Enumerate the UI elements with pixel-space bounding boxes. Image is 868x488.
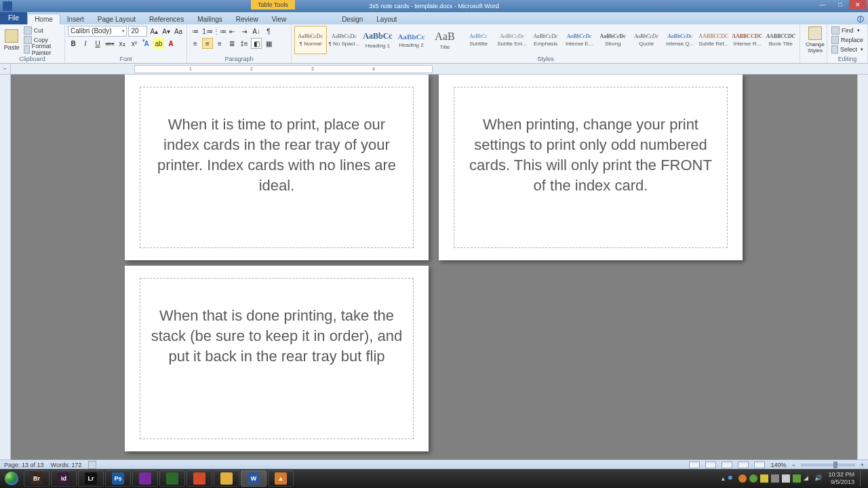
taskbar-app[interactable] [186, 470, 212, 487]
document-area[interactable]: When it is time to print, place our inde… [11, 75, 857, 460]
index-card[interactable]: When printing, change your print setting… [439, 75, 743, 260]
tab-mailings[interactable]: Mailings [191, 14, 229, 24]
index-card[interactable]: When it is time to print, place our inde… [125, 75, 429, 260]
align-left-button[interactable]: ≡ [190, 38, 201, 49]
show-marks-button[interactable]: ¶ [263, 26, 274, 37]
proofing-icon[interactable] [88, 461, 96, 469]
tab-design[interactable]: Design [335, 14, 370, 24]
taskbar-app[interactable] [214, 470, 239, 487]
style-intense-q-[interactable]: AaBbCcDcIntense Q... [664, 26, 696, 54]
superscript-button[interactable]: x² [129, 38, 140, 49]
zoom-in-button[interactable]: + [861, 462, 864, 468]
paste-button[interactable]: Paste [3, 26, 21, 54]
tray-icon[interactable] [771, 474, 779, 483]
taskbar-app[interactable] [132, 470, 158, 487]
tray-icon[interactable] [738, 474, 747, 483]
borders-button[interactable]: ▦ [263, 38, 274, 49]
line-spacing-button[interactable]: ‡≡ [239, 38, 250, 49]
cut-button[interactable]: Cut [22, 26, 62, 35]
tab-view[interactable]: View [265, 14, 294, 24]
underline-button[interactable]: U [92, 38, 103, 49]
start-button[interactable] [0, 469, 23, 488]
tray-show-hidden-icon[interactable]: ▴ [722, 475, 725, 482]
view-draft[interactable] [754, 462, 765, 468]
find-button[interactable]: Find▾ [830, 26, 865, 35]
style-intense-e-[interactable]: AaBbCcDcIntense E... [563, 26, 595, 54]
tab-home[interactable]: Home [27, 14, 60, 24]
shrink-font-button[interactable]: A▾ [161, 26, 172, 37]
style-quote[interactable]: AaBbCcDcQuote [630, 26, 663, 54]
card-text[interactable]: When printing, change your print setting… [462, 115, 719, 196]
style--no-spaci-[interactable]: AaBbCcDc¶ No Spaci... [328, 26, 361, 54]
taskbar-clock[interactable]: 10:32 PM 9/5/2013 [825, 471, 857, 486]
style-intense-r-[interactable]: AABBCCDCIntense R... [731, 26, 764, 54]
multilevel-button[interactable]: ⋮≔ [214, 26, 225, 37]
tray-volume-icon[interactable]: 🔊 [814, 474, 823, 483]
ruler-corner[interactable]: ⌐ [0, 64, 11, 74]
font-color-button[interactable]: A [165, 38, 176, 49]
numbering-button[interactable]: 1≔ [202, 26, 213, 37]
change-case-button[interactable]: Aa [173, 26, 184, 37]
word-count[interactable]: Words: 172 [51, 462, 82, 468]
index-card[interactable]: When that is done printing, take the sta… [125, 266, 429, 451]
replace-button[interactable]: Replace [830, 35, 865, 44]
change-styles-button[interactable]: Change Styles [803, 26, 827, 54]
sort-button[interactable]: A↓ [251, 26, 262, 37]
maximize-button[interactable]: □ [831, 0, 849, 9]
view-full-screen[interactable] [705, 462, 716, 468]
subscript-button[interactable]: x₂ [117, 38, 127, 49]
view-outline[interactable] [738, 462, 749, 468]
shading-button[interactable]: ◧ [251, 38, 262, 49]
close-button[interactable]: ✕ [849, 0, 867, 9]
help-icon[interactable]: ⓘ [857, 15, 864, 24]
zoom-level[interactable]: 140% [770, 462, 786, 468]
zoom-slider[interactable] [801, 464, 855, 466]
vertical-scrollbar[interactable] [857, 75, 868, 460]
tab-review[interactable]: Review [229, 14, 265, 24]
decrease-indent-button[interactable]: ⇤ [226, 26, 237, 37]
tray-icon[interactable] [760, 474, 768, 483]
italic-button[interactable]: I [80, 38, 91, 49]
align-right-button[interactable]: ≡ [214, 38, 225, 49]
tray-network-icon[interactable] [782, 474, 790, 483]
font-size-select[interactable]: 20 [128, 26, 147, 37]
tab-insert[interactable]: Insert [60, 14, 91, 24]
tab-page-layout[interactable]: Page Layout [91, 14, 142, 24]
style-subtle-ref-[interactable]: AABBCCDCSubtle Ref... [698, 26, 730, 54]
taskbar-app[interactable]: Lr [78, 470, 104, 487]
taskbar-app[interactable]: ▲ [268, 470, 294, 487]
select-button[interactable]: Select▾ [830, 45, 865, 54]
card-text[interactable]: When it is time to print, place our inde… [149, 115, 405, 196]
strikethrough-button[interactable]: abc [104, 38, 115, 49]
style--normal[interactable]: AaBbCcDc¶ Normal [294, 26, 327, 54]
bold-button[interactable]: B [68, 38, 79, 49]
horizontal-ruler[interactable]: 1 2 3 4 [134, 65, 433, 73]
zoom-out-button[interactable]: − [791, 462, 795, 468]
format-painter-button[interactable]: Format Painter [22, 45, 62, 54]
vertical-ruler[interactable] [0, 75, 11, 460]
file-tab[interactable]: File [0, 12, 27, 24]
taskbar-app[interactable]: Ps [105, 470, 131, 487]
page-indicator[interactable]: Page: 13 of 13 [4, 462, 44, 468]
justify-button[interactable]: ≣ [226, 38, 237, 49]
align-center-button[interactable]: ≡ [202, 38, 213, 49]
tab-layout[interactable]: Layout [370, 14, 403, 24]
taskbar-app[interactable]: Br [24, 470, 50, 487]
taskbar-app[interactable] [159, 470, 185, 487]
style-book-title[interactable]: AABBCCDCBook Title [765, 26, 797, 54]
tray-battery-icon[interactable] [793, 474, 801, 483]
tray-bluetooth-icon[interactable]: ✱ [728, 474, 736, 483]
bullets-button[interactable]: ≔ [190, 26, 201, 37]
tab-references[interactable]: References [142, 14, 191, 24]
style-strong[interactable]: AaBbCcDcStrong [597, 26, 629, 54]
style-subtitle[interactable]: AaBbCcSubtitle [462, 26, 495, 54]
card-text[interactable]: When that is done printing, take the sta… [149, 306, 405, 367]
style-emphasis[interactable]: AaBbCcDcEmphasis [530, 26, 562, 54]
view-web-layout[interactable] [722, 462, 732, 468]
tray-wifi-icon[interactable]: ◢ [804, 474, 812, 483]
style-title[interactable]: AaBTitle [429, 26, 461, 54]
font-family-select[interactable]: Calibri (Body) [68, 26, 127, 37]
style-heading-2[interactable]: AaBbCcHeading 2 [395, 26, 428, 54]
taskbar-app[interactable]: Id [51, 470, 77, 487]
grow-font-button[interactable]: A▴ [149, 26, 159, 37]
